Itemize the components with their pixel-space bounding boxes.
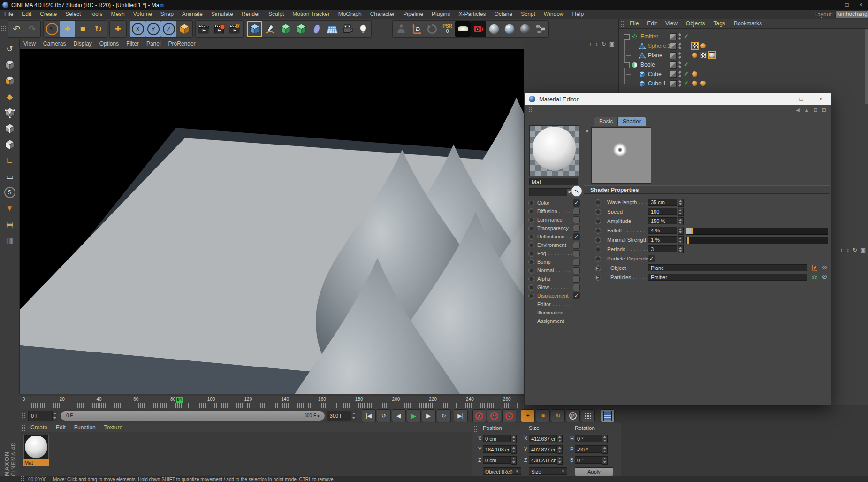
menu-plugins[interactable]: Plugins bbox=[427, 10, 454, 19]
channel-illumination[interactable]: Illumination bbox=[527, 308, 580, 317]
spinner-arrows-icon[interactable] bbox=[678, 199, 684, 207]
property-slider[interactable] bbox=[686, 237, 828, 244]
material-tag[interactable] bbox=[709, 52, 715, 58]
coordinate-system-button[interactable] bbox=[176, 21, 192, 37]
spinner-arrows-icon[interactable] bbox=[602, 435, 608, 443]
property-radio[interactable] bbox=[595, 218, 601, 224]
material-editor-minimize-button[interactable]: ─ bbox=[772, 96, 792, 102]
spinner-arrows-icon[interactable] bbox=[511, 456, 517, 465]
property-radio[interactable] bbox=[595, 246, 601, 252]
link-target-input[interactable]: Plane bbox=[648, 264, 807, 271]
channel-checkbox[interactable]: ✓ bbox=[573, 199, 580, 207]
channel-radio[interactable] bbox=[528, 225, 534, 231]
rotate-tool[interactable]: ↻ bbox=[91, 21, 106, 37]
material-name-label[interactable]: Mat bbox=[23, 459, 49, 466]
link-target-input[interactable]: Emitter bbox=[648, 274, 807, 281]
menu-file[interactable]: File bbox=[0, 10, 17, 19]
goto-start-button[interactable]: |◀ bbox=[362, 409, 376, 422]
tab-shader[interactable]: Shader bbox=[617, 117, 646, 126]
points-mode-icon[interactable] bbox=[2, 106, 17, 120]
channel-checkbox[interactable]: ✓ bbox=[573, 233, 580, 240]
spinner-arrows-icon[interactable] bbox=[678, 227, 684, 235]
add-environment-button[interactable] bbox=[324, 21, 340, 37]
material-editor-drag-handle[interactable] bbox=[528, 107, 533, 113]
coord-input-py[interactable]: 184.108 cm bbox=[483, 445, 511, 453]
channel-radio[interactable] bbox=[528, 293, 534, 299]
layer-toggle[interactable] bbox=[670, 80, 677, 87]
object-manager-menu-edit[interactable]: Edit bbox=[643, 19, 661, 28]
spinner-arrows-icon[interactable] bbox=[52, 411, 58, 421]
add-generator-button[interactable] bbox=[293, 21, 309, 37]
channel-checkbox[interactable] bbox=[573, 242, 580, 249]
toolbar-drag-handle[interactable] bbox=[1, 26, 6, 32]
redo-icon[interactable]: ↷ bbox=[24, 21, 40, 37]
menu-pipeline[interactable]: Pipeline bbox=[399, 10, 427, 19]
paint-setup-icon[interactable]: ▼ bbox=[2, 201, 17, 215]
viewport-menu-options[interactable]: Options bbox=[96, 39, 122, 48]
channel-radio[interactable] bbox=[528, 234, 534, 240]
spinner-arrows-icon[interactable] bbox=[678, 208, 684, 216]
coord-input-rp[interactable]: -90 ° bbox=[575, 445, 602, 453]
shader-expand-icon[interactable]: ▼ bbox=[585, 129, 589, 134]
channel-radio[interactable] bbox=[528, 284, 534, 291]
model-mode-icon[interactable] bbox=[2, 58, 17, 72]
channel-displacement[interactable]: Displacement✓ bbox=[527, 291, 580, 300]
toggle-view-icon[interactable]: ▣ bbox=[609, 41, 615, 47]
property-radio[interactable] bbox=[595, 256, 601, 262]
channel-checkbox[interactable] bbox=[573, 216, 580, 223]
enabled-check-icon[interactable]: ✓ bbox=[684, 61, 689, 68]
viewport-menu-cameras[interactable]: Cameras bbox=[39, 39, 70, 48]
material-thumbnail[interactable] bbox=[23, 435, 49, 460]
render-view-button[interactable] bbox=[196, 21, 212, 37]
channel-fog[interactable]: Fog. . . . . . . . bbox=[527, 249, 580, 258]
menu-help[interactable]: Help bbox=[568, 10, 588, 19]
object-row-plane[interactable]: Plane bbox=[621, 51, 864, 60]
channel-checkbox[interactable] bbox=[573, 259, 580, 266]
coord-input-sx[interactable]: 412.637 cm bbox=[529, 435, 557, 442]
play-button[interactable]: ▶ bbox=[407, 409, 421, 422]
object-row-boole[interactable]: −Boole✓ bbox=[621, 60, 864, 69]
viewport-3d[interactable] bbox=[20, 49, 524, 394]
spinner-arrows-icon[interactable] bbox=[678, 236, 684, 244]
menu-window[interactable]: Window bbox=[540, 10, 568, 19]
add-spline-pen-button[interactable] bbox=[262, 21, 278, 37]
record-keyframe-button[interactable]: ╱ bbox=[472, 409, 487, 422]
menu-script[interactable]: Script bbox=[517, 10, 540, 19]
planar-workplane-icon[interactable]: ▥ bbox=[2, 233, 17, 247]
material-manager-drag-handle[interactable] bbox=[22, 424, 26, 431]
property-radio[interactable] bbox=[595, 228, 601, 234]
channel-color[interactable]: Color. . . . . . .✓ bbox=[527, 199, 580, 207]
channel-checkbox[interactable] bbox=[573, 267, 580, 274]
enable-axis-icon[interactable]: ∟ bbox=[2, 153, 17, 168]
menu-animate[interactable]: Animate bbox=[178, 10, 207, 19]
add-camera-button[interactable] bbox=[340, 21, 355, 37]
current-frame-spinner[interactable]: 0 F bbox=[28, 411, 58, 421]
spinner-arrows-icon[interactable] bbox=[511, 435, 517, 443]
object-manager-menu-objects[interactable]: Objects bbox=[682, 19, 709, 28]
lock-y-axis-button[interactable]: Y bbox=[145, 21, 161, 37]
node-editor-button[interactable] bbox=[533, 21, 548, 37]
zoom-view-icon[interactable]: ↕ bbox=[595, 41, 598, 47]
texture-tag[interactable] bbox=[692, 43, 698, 49]
object-manager-drag-handle[interactable] bbox=[621, 20, 625, 27]
pan-view-icon[interactable]: + bbox=[589, 41, 592, 47]
lock-x-axis-button[interactable]: X bbox=[130, 21, 145, 37]
render-settings-button[interactable] bbox=[227, 21, 243, 37]
move-tool[interactable]: + bbox=[60, 21, 75, 37]
octane-live-viewer-button[interactable] bbox=[455, 21, 471, 37]
channel-checkbox[interactable] bbox=[573, 208, 580, 215]
coord-input-sy[interactable]: 402.827 cm bbox=[529, 445, 557, 453]
menu-motion-tracker[interactable]: Motion Tracker bbox=[288, 10, 334, 19]
coord-input-rh[interactable]: 0 ° bbox=[575, 435, 602, 442]
edges-mode-icon[interactable] bbox=[2, 122, 17, 136]
pan-view-icon[interactable]: + bbox=[840, 247, 843, 253]
clear-link-icon[interactable]: ⊘ bbox=[822, 264, 827, 271]
ram-player-button[interactable] bbox=[601, 409, 615, 422]
spinner-arrows-icon[interactable] bbox=[557, 445, 563, 454]
channel-radio[interactable] bbox=[528, 208, 534, 214]
psr-record-button[interactable]: PSR0 bbox=[440, 21, 455, 37]
menu-select[interactable]: Select bbox=[61, 10, 85, 19]
spinner-arrows-icon[interactable] bbox=[678, 217, 684, 225]
visibility-dots[interactable] bbox=[678, 33, 682, 40]
axis-link-icon[interactable] bbox=[811, 264, 818, 271]
